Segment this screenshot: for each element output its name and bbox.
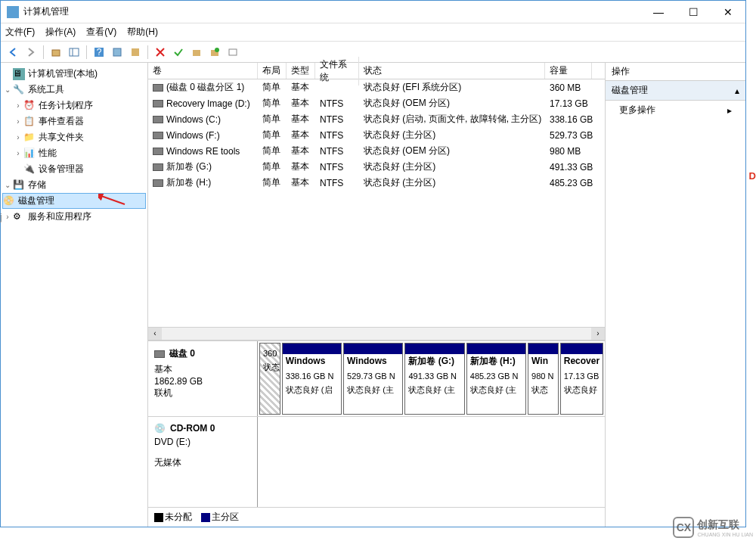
col-layout[interactable]: 布局 [258,63,287,79]
help-icon[interactable]: ? [91,45,107,60]
col-status[interactable]: 状态 [359,63,545,79]
volume-row[interactable]: 新加卷 (H:)简单基本NTFS状态良好 (主分区)485.23 GB [148,175,605,191]
svg-rect-7 [193,50,200,56]
partition[interactable]: 新加卷 (H:)485.23 GB N状态良好 (主 [466,343,526,415]
props-button[interactable] [110,45,125,60]
forward-button[interactable] [23,45,39,60]
toolbar: ? [1,42,745,63]
svg-text:?: ? [97,47,102,58]
cdrom-info: 💿CD-ROM 0 DVD (E:) 无媒体 [148,417,258,507]
refresh-button[interactable] [128,45,143,60]
new-button[interactable] [207,45,222,60]
folder-button[interactable] [189,45,204,60]
tree-perf[interactable]: ›📊性能 [2,145,146,161]
volume-row[interactable]: 新加卷 (G:)简单基本NTFS状态良好 (主分区)491.33 GB [148,159,605,175]
drive-icon [153,163,163,171]
legend: 未分配 主分区 [148,508,605,527]
menu-view[interactable]: 查看(V) [86,26,116,39]
actions-panel: 操作 磁盘管理▴ 更多操作▸ [606,63,745,527]
volume-row[interactable]: (磁盘 0 磁盘分区 1)简单基本状态良好 (EFI 系统分区)360 MB [148,79,605,95]
drive-icon [153,148,163,155]
tree-root[interactable]: 🖥计算机管理(本地) [2,66,146,82]
svg-rect-10 [229,49,237,55]
check-button[interactable] [171,45,186,60]
disk-graphic-panel: 磁盘 0 基本 1862.89 GB 联机 360状态Windows338.16… [148,340,605,527]
svg-rect-1 [70,48,79,56]
drive-icon [153,132,163,139]
back-button[interactable] [5,45,20,60]
tree-services[interactable]: ›⚙服务和应用程序 [2,209,146,225]
partition[interactable]: 新加卷 (G:)491.33 GB N状态良好 (主 [404,343,464,415]
tree-storage[interactable]: ⌄💾存储 [2,177,146,193]
computer-management-window: 计算机管理 — ☐ ✕ 文件(F) 操作(A) 查看(V) 帮助(H) ? 🖥计… [0,0,746,527]
watermark: CX 创新互联 CHUANG XIN HU LIAN [673,517,753,538]
horizontal-scrollbar[interactable]: ‹ › [148,327,605,340]
partition[interactable]: Windows529.73 GB N状态良好 (主 [343,343,403,415]
scroll-right-button[interactable]: › [591,328,605,340]
minimize-button[interactable]: — [641,1,676,23]
tree-eventviewer[interactable]: ›📋事件查看器 [2,113,146,129]
close-button[interactable]: ✕ [711,1,745,23]
disk0-info: 磁盘 0 基本 1862.89 GB 联机 [148,341,258,416]
delete-button[interactable] [153,45,168,60]
navigation-tree: 🖥计算机管理(本地) ⌄🔧系统工具 ›⏰任务计划程序 ›📋事件查看器 ›📁共享文… [1,63,148,527]
svg-point-9 [215,48,219,52]
actions-more[interactable]: 更多操作▸ [606,101,745,120]
drive-icon [153,84,163,92]
maximize-button[interactable]: ☐ [676,1,711,23]
up-button[interactable] [48,45,64,60]
drive-icon [153,100,163,107]
disk-icon [154,350,165,358]
app-icon [7,6,19,18]
cdrom-row[interactable]: 💿CD-ROM 0 DVD (E:) 无媒体 [148,417,605,508]
partition[interactable]: Win980 N状态 [528,343,559,415]
actions-header: 操作 [606,63,745,81]
list-button[interactable] [225,45,240,60]
volume-row[interactable]: Recovery Image (D:)简单基本NTFS状态良好 (OEM 分区)… [148,95,605,111]
chevron-right-icon: ▸ [727,105,732,116]
title-bar[interactable]: 计算机管理 — ☐ ✕ [1,1,745,23]
collapse-icon: ▴ [735,86,739,96]
partition[interactable]: Recover17.13 GB状态良好 [560,343,603,415]
watermark-logo-icon: CX [673,517,694,538]
annotation-text: D [749,170,756,182]
drive-icon [153,116,163,123]
svg-rect-0 [52,50,60,56]
col-capacity[interactable]: 容量 [545,63,592,79]
tree-tasksched[interactable]: ›⏰任务计划程序 [2,98,146,113]
svg-rect-5 [113,48,121,56]
menu-help[interactable]: 帮助(H) [127,26,158,39]
partition[interactable]: Windows338.16 GB N状态良好 (启 [282,343,342,415]
panel-button[interactable] [67,45,82,60]
tree-devmgr[interactable]: 🔌设备管理器 [2,161,146,177]
scroll-left-button[interactable]: ‹ [148,328,162,340]
volume-row[interactable]: Windows RE tools简单基本NTFS状态良好 (OEM 分区)980… [148,143,605,159]
tree-diskmgmt[interactable]: 📀磁盘管理 [2,193,146,209]
partition[interactable]: 360状态 [259,343,280,415]
col-type[interactable]: 类型 [287,63,315,79]
volume-row[interactable]: Windows (C:)简单基本NTFS状态良好 (启动, 页面文件, 故障转储… [148,111,605,127]
left-fragment: j [0,212,2,222]
volume-list-header: 卷 布局 类型 文件系统 状态 容量 [148,63,605,79]
svg-rect-6 [132,48,139,56]
menu-bar: 文件(F) 操作(A) 查看(V) 帮助(H) [1,23,745,42]
volume-list[interactable]: (磁盘 0 磁盘分区 1)简单基本状态良好 (EFI 系统分区)360 MBRe… [148,79,605,327]
window-title: 计算机管理 [23,5,739,18]
disk0-row[interactable]: 磁盘 0 基本 1862.89 GB 联机 360状态Windows338.16… [148,341,605,417]
tree-systools[interactable]: ⌄🔧系统工具 [2,82,146,98]
col-name[interactable]: 卷 [148,63,258,79]
main-panel: 卷 布局 类型 文件系统 状态 容量 (磁盘 0 磁盘分区 1)简单基本状态良好… [148,63,606,527]
menu-action[interactable]: 操作(A) [45,26,76,39]
drive-icon [153,179,163,187]
actions-category[interactable]: 磁盘管理▴ [606,81,745,101]
cdrom-icon: 💿 [154,423,166,434]
volume-row[interactable]: Windows (F:)简单基本NTFS状态良好 (主分区)529.73 GB [148,127,605,143]
tree-shared[interactable]: ›📁共享文件夹 [2,129,146,145]
menu-file[interactable]: 文件(F) [5,26,35,39]
